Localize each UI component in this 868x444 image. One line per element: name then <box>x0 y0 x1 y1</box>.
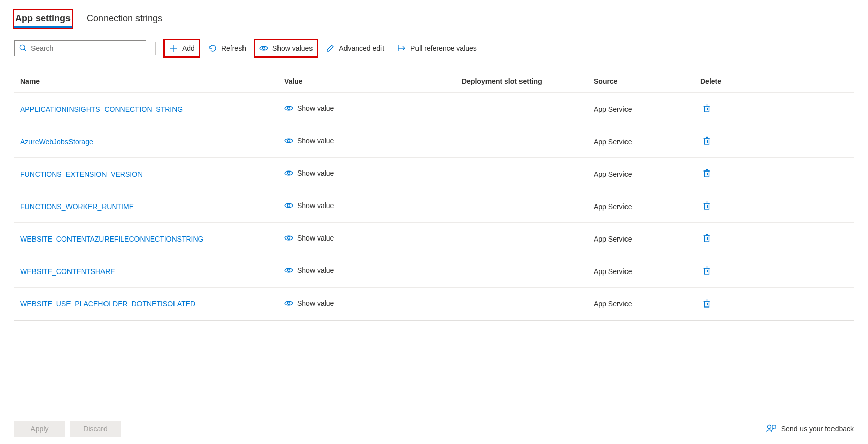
delete-button[interactable] <box>700 297 713 312</box>
pencil-icon <box>326 44 335 53</box>
trash-icon <box>702 136 711 145</box>
show-value-label: Show value <box>297 299 334 308</box>
trash-icon <box>702 168 711 178</box>
show-value-label: Show value <box>297 104 334 112</box>
source-cell: App Service <box>594 138 700 146</box>
show-value-button[interactable]: Show value <box>284 201 334 210</box>
eye-icon <box>284 266 293 275</box>
trash-icon <box>702 266 711 275</box>
show-value-button[interactable]: Show value <box>284 104 334 113</box>
source-cell: App Service <box>594 267 700 276</box>
advanced-edit-label: Advanced edit <box>339 44 384 52</box>
search-icon <box>19 44 27 52</box>
show-value-label: Show value <box>297 201 334 210</box>
plus-icon <box>169 44 178 53</box>
table-row: WEBSITE_CONTENTSHAREShow valueApp Servic… <box>14 255 854 288</box>
eye-icon <box>284 233 293 243</box>
tab-app-settings[interactable]: App settings <box>14 10 72 28</box>
trash-icon <box>702 299 711 308</box>
setting-name-link[interactable]: AzureWebJobsStorage <box>20 138 93 146</box>
setting-name-link[interactable]: FUNCTIONS_EXTENSION_VERSION <box>20 170 143 178</box>
tabs: App settings Connection strings <box>14 10 854 28</box>
setting-name-link[interactable]: WEBSITE_USE_PLACEHOLDER_DOTNETISOLATED <box>20 300 195 308</box>
eye-icon <box>259 44 268 53</box>
delete-button[interactable] <box>700 199 713 214</box>
show-value-label: Show value <box>297 136 334 145</box>
show-value-button[interactable]: Show value <box>284 233 334 243</box>
add-label: Add <box>182 44 195 52</box>
setting-name-link[interactable]: WEBSITE_CONTENTAZUREFILECONNECTIONSTRING <box>20 235 203 243</box>
refresh-button[interactable]: Refresh <box>204 40 250 56</box>
trash-icon <box>702 233 711 243</box>
toolbar: Add Refresh Show values Advanced edit Pu… <box>14 40 854 56</box>
table-header: Name Value Deployment slot setting Sourc… <box>14 70 854 93</box>
eye-icon <box>284 136 293 145</box>
col-slot: Deployment slot setting <box>462 77 594 85</box>
table-row: AzureWebJobsStorageShow valueApp Service <box>14 125 854 158</box>
eye-icon <box>284 201 293 210</box>
source-cell: App Service <box>594 105 700 113</box>
advanced-edit-button[interactable]: Advanced edit <box>322 40 388 56</box>
delete-button[interactable] <box>700 101 713 116</box>
table-row: WEBSITE_USE_PLACEHOLDER_DOTNETISOLATEDSh… <box>14 288 854 320</box>
search-input[interactable] <box>14 40 146 56</box>
delete-button[interactable] <box>700 231 713 246</box>
source-cell: App Service <box>594 202 700 211</box>
source-cell: App Service <box>594 235 700 243</box>
eye-icon <box>284 299 293 308</box>
setting-name-link[interactable]: WEBSITE_CONTENTSHARE <box>20 267 115 276</box>
search-wrap <box>14 40 146 56</box>
col-delete: Delete <box>700 77 848 85</box>
settings-rows: APPLICATIONINSIGHTS_CONNECTION_STRINGSho… <box>14 93 854 321</box>
divider <box>155 42 156 55</box>
delete-button[interactable] <box>700 166 713 181</box>
refresh-label: Refresh <box>221 44 246 52</box>
col-value: Value <box>284 77 462 85</box>
add-button[interactable]: Add <box>165 40 199 56</box>
delete-button[interactable] <box>700 264 713 279</box>
show-value-button[interactable]: Show value <box>284 266 334 275</box>
source-cell: App Service <box>594 300 700 308</box>
setting-name-link[interactable]: APPLICATIONINSIGHTS_CONNECTION_STRING <box>20 105 183 113</box>
pull-reference-label: Pull reference values <box>410 44 477 52</box>
table-row: WEBSITE_CONTENTAZUREFILECONNECTIONSTRING… <box>14 223 854 255</box>
setting-name-link[interactable]: FUNCTIONS_WORKER_RUNTIME <box>20 202 134 211</box>
show-value-button[interactable]: Show value <box>284 168 334 178</box>
col-name: Name <box>20 77 284 85</box>
show-values-label: Show values <box>272 44 313 52</box>
show-value-label: Show value <box>297 266 334 275</box>
trash-icon <box>702 104 711 113</box>
eye-icon <box>284 104 293 113</box>
show-value-button[interactable]: Show value <box>284 299 334 308</box>
table-row: APPLICATIONINSIGHTS_CONNECTION_STRINGSho… <box>14 93 854 125</box>
trash-icon <box>702 201 711 210</box>
source-cell: App Service <box>594 170 700 178</box>
delete-button[interactable] <box>700 134 713 149</box>
table-row: FUNCTIONS_WORKER_RUNTIMEShow valueApp Se… <box>14 190 854 223</box>
show-value-label: Show value <box>297 234 334 242</box>
show-value-button[interactable]: Show value <box>284 136 334 145</box>
tab-connection-strings[interactable]: Connection strings <box>86 10 163 28</box>
show-value-label: Show value <box>297 169 334 177</box>
table-row: FUNCTIONS_EXTENSION_VERSIONShow valueApp… <box>14 158 854 190</box>
show-values-button[interactable]: Show values <box>255 40 317 56</box>
eye-icon <box>284 168 293 178</box>
refresh-icon <box>208 44 217 53</box>
pull-icon <box>397 44 406 53</box>
col-source: Source <box>594 77 700 85</box>
pull-reference-button[interactable]: Pull reference values <box>393 40 481 56</box>
